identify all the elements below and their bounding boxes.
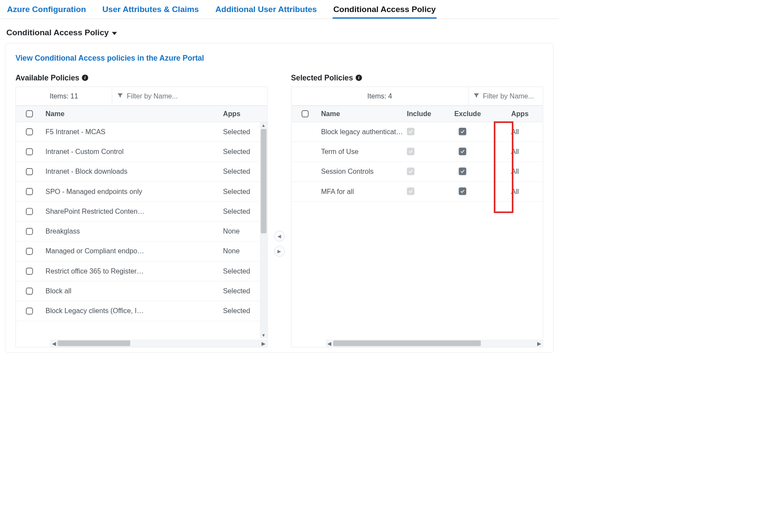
- table-row[interactable]: Block legacy authenticat… All: [291, 122, 543, 142]
- include-checkbox: [407, 148, 415, 155]
- selected-col-exclude[interactable]: Exclude: [454, 110, 511, 118]
- row-checkbox[interactable]: [26, 248, 33, 255]
- available-col-apps[interactable]: Apps: [223, 110, 268, 118]
- info-icon[interactable]: i: [82, 74, 88, 81]
- row-name: MFA for all: [319, 188, 407, 196]
- selected-select-all-checkbox[interactable]: [302, 111, 308, 117]
- row-checkbox[interactable]: [26, 268, 33, 275]
- caret-down-icon: [112, 32, 117, 35]
- tabs-bar: Azure Configuration User Attributes & Cl…: [0, 0, 559, 19]
- row-name: SPO - Managed endpoints only: [43, 188, 223, 196]
- scroll-up-icon[interactable]: ▲: [260, 122, 268, 129]
- row-name: Block all: [43, 287, 223, 295]
- azure-portal-link[interactable]: View Conditional Access policies in the …: [15, 54, 204, 63]
- table-row[interactable]: Block all Selected: [16, 281, 268, 301]
- section-toggle[interactable]: Conditional Access Policy: [0, 19, 559, 43]
- section-title: Conditional Access Policy: [6, 28, 109, 38]
- row-name: Intranet - Custom Control: [43, 148, 223, 156]
- move-left-button[interactable]: ◀: [274, 231, 285, 241]
- tab-azure-configuration[interactable]: Azure Configuration: [6, 3, 87, 18]
- tab-conditional-access-policy[interactable]: Conditional Access Policy: [333, 3, 437, 18]
- row-checkbox[interactable]: [26, 128, 33, 135]
- row-name: Intranet - Block downloads: [43, 168, 223, 176]
- available-title: Available Policies: [15, 74, 79, 83]
- table-row[interactable]: F5 Intranet - MCAS Selected: [16, 122, 268, 142]
- table-row[interactable]: Block Legacy clients (Office, I… Selecte…: [16, 301, 268, 321]
- selected-col-apps[interactable]: Apps: [511, 110, 543, 118]
- horizontal-scrollbar[interactable]: ◀ ▶: [326, 339, 543, 347]
- filter-icon: [117, 92, 123, 100]
- filter-icon: [473, 92, 480, 100]
- row-name: F5 Intranet - MCAS: [43, 128, 223, 136]
- selected-filter-input[interactable]: [483, 92, 538, 100]
- row-checkbox[interactable]: [26, 228, 33, 235]
- available-filter-input[interactable]: [127, 92, 263, 100]
- table-row[interactable]: SPO - Managed endpoints only Selected: [16, 182, 268, 202]
- row-checkbox[interactable]: [26, 188, 33, 195]
- scroll-left-icon[interactable]: ◀: [326, 340, 333, 346]
- row-name: Block Legacy clients (Office, I…: [43, 307, 223, 315]
- selected-title: Selected Policies: [291, 74, 353, 83]
- available-policies-column: Available Policies i Items: 11 Name: [15, 74, 268, 347]
- table-row[interactable]: MFA for all All: [291, 182, 543, 202]
- available-table-body: F5 Intranet - MCAS Selected Intranet - C…: [16, 122, 268, 338]
- available-grid: Items: 11 Name Apps F: [15, 86, 268, 347]
- scroll-thumb[interactable]: [333, 341, 480, 346]
- table-row[interactable]: Session Controls All: [291, 162, 543, 181]
- move-right-button[interactable]: ▶: [274, 246, 285, 256]
- scroll-left-icon[interactable]: ◀: [50, 340, 58, 346]
- selected-col-name[interactable]: Name: [319, 110, 407, 118]
- table-row[interactable]: Restrict office 365 to Register… Selecte…: [16, 261, 268, 281]
- row-apps: All: [511, 128, 543, 136]
- policy-panel: View Conditional Access policies in the …: [5, 43, 554, 353]
- exclude-checkbox[interactable]: [458, 148, 466, 155]
- available-col-name[interactable]: Name: [43, 110, 223, 118]
- row-name: Session Controls: [319, 168, 407, 176]
- row-checkbox[interactable]: [26, 168, 33, 175]
- selected-col-include[interactable]: Include: [407, 110, 454, 118]
- row-name: SharePoint Restricted Conten…: [43, 207, 223, 215]
- selected-policies-column: Selected Policies i Items: 4 Name: [291, 74, 543, 347]
- row-name: Managed or Compliant endpo…: [43, 247, 223, 255]
- include-checkbox: [407, 168, 415, 175]
- vertical-scrollbar[interactable]: ▲ ▼: [260, 122, 268, 338]
- table-row[interactable]: Managed or Compliant endpo… None: [16, 242, 268, 261]
- selected-grid: Items: 4 Name Include Exclude Apps: [291, 86, 543, 347]
- tab-additional-user-attributes[interactable]: Additional User Attributes: [215, 3, 317, 18]
- row-apps: All: [511, 188, 543, 196]
- selected-table-body: Block legacy authenticat… All Term of Us…: [291, 122, 543, 338]
- row-checkbox[interactable]: [26, 308, 33, 314]
- row-name: Term of Use: [319, 148, 407, 156]
- table-row[interactable]: Term of Use All: [291, 142, 543, 162]
- row-apps: All: [511, 148, 543, 156]
- horizontal-scrollbar[interactable]: ◀ ▶: [50, 339, 267, 347]
- row-name: Block legacy authenticat…: [319, 128, 407, 136]
- table-row[interactable]: Intranet - Block downloads Selected: [16, 162, 268, 181]
- table-row[interactable]: Breakglass None: [16, 221, 268, 241]
- scroll-right-icon[interactable]: ▶: [260, 340, 268, 346]
- exclude-checkbox[interactable]: [458, 168, 466, 175]
- scroll-thumb[interactable]: [261, 129, 266, 234]
- row-apps: All: [511, 168, 543, 176]
- scroll-right-icon[interactable]: ▶: [535, 340, 543, 346]
- row-name: Restrict office 365 to Register…: [43, 267, 223, 275]
- available-items-count: Items: 11: [16, 87, 112, 105]
- table-row[interactable]: SharePoint Restricted Conten… Selected: [16, 202, 268, 221]
- include-checkbox: [407, 188, 415, 195]
- row-checkbox[interactable]: [26, 288, 33, 295]
- exclude-checkbox[interactable]: [458, 128, 466, 135]
- selected-items-count: Items: 4: [291, 87, 468, 105]
- row-checkbox[interactable]: [26, 148, 33, 155]
- table-row[interactable]: Intranet - Custom Control Selected: [16, 142, 268, 162]
- info-icon[interactable]: i: [356, 74, 362, 81]
- tab-user-attributes-claims[interactable]: User Attributes & Claims: [102, 3, 200, 18]
- include-checkbox: [407, 128, 415, 135]
- row-checkbox[interactable]: [26, 208, 33, 215]
- scroll-down-icon[interactable]: ▼: [260, 332, 268, 338]
- transfer-buttons: ◀ ▶: [274, 231, 285, 256]
- row-name: Breakglass: [43, 227, 223, 235]
- scroll-thumb[interactable]: [58, 341, 130, 346]
- available-select-all-checkbox[interactable]: [26, 111, 33, 117]
- exclude-checkbox[interactable]: [458, 188, 466, 195]
